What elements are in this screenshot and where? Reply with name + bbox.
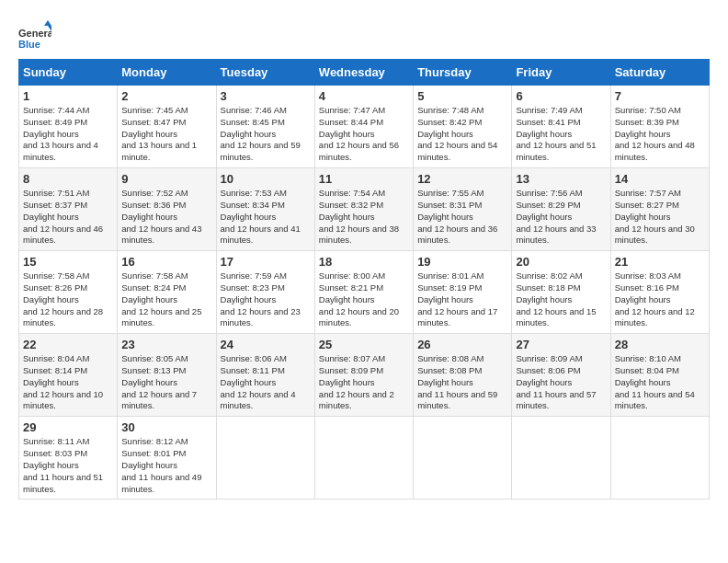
day-info: Sunrise: 7:51 AM Sunset: 8:37 PM Dayligh… <box>23 188 113 247</box>
calendar-cell: 15 Sunrise: 7:58 AM Sunset: 8:26 PM Dayl… <box>19 251 118 334</box>
day-number: 29 <box>23 420 113 434</box>
calendar-cell: 12 Sunrise: 7:55 AM Sunset: 8:31 PM Dayl… <box>414 168 512 251</box>
day-number: 16 <box>121 255 211 269</box>
day-number: 22 <box>23 338 113 351</box>
day-info: Sunrise: 7:58 AM Sunset: 8:24 PM Dayligh… <box>121 270 211 329</box>
day-number: 9 <box>121 172 211 186</box>
calendar-cell: 5 Sunrise: 7:48 AM Sunset: 8:42 PM Dayli… <box>414 86 512 168</box>
day-number: 19 <box>417 255 507 269</box>
day-info: Sunrise: 8:04 AM Sunset: 8:14 PM Dayligh… <box>23 353 113 412</box>
day-number: 17 <box>221 255 311 269</box>
calendar-cell: 18 Sunrise: 8:00 AM Sunset: 8:21 PM Dayl… <box>314 251 413 334</box>
calendar-cell: 2 Sunrise: 7:45 AM Sunset: 8:47 PM Dayli… <box>118 86 216 168</box>
calendar-cell <box>610 417 709 500</box>
calendar-cell <box>414 417 512 500</box>
day-info: Sunrise: 8:10 AM Sunset: 8:04 PM Dayligh… <box>615 353 705 412</box>
day-number: 20 <box>516 255 606 269</box>
day-info: Sunrise: 7:48 AM Sunset: 8:42 PM Dayligh… <box>417 105 507 164</box>
day-number: 27 <box>516 338 606 351</box>
calendar-week-row: 1 Sunrise: 7:44 AM Sunset: 8:49 PM Dayli… <box>19 86 710 168</box>
day-info: Sunrise: 8:05 AM Sunset: 8:13 PM Dayligh… <box>121 353 211 412</box>
calendar-cell: 8 Sunrise: 7:51 AM Sunset: 8:37 PM Dayli… <box>19 168 118 251</box>
day-number: 5 <box>417 89 507 103</box>
day-info: Sunrise: 7:58 AM Sunset: 8:26 PM Dayligh… <box>23 270 113 329</box>
day-number: 25 <box>319 338 409 351</box>
day-info: Sunrise: 8:03 AM Sunset: 8:16 PM Dayligh… <box>615 270 705 329</box>
day-info: Sunrise: 7:56 AM Sunset: 8:29 PM Dayligh… <box>516 188 606 247</box>
day-info: Sunrise: 7:59 AM Sunset: 8:23 PM Dayligh… <box>221 270 311 329</box>
day-number: 11 <box>319 172 409 186</box>
calendar-cell: 30 Sunrise: 8:12 AM Sunset: 8:01 PM Dayl… <box>118 417 216 500</box>
calendar-week-row: 29 Sunrise: 8:11 AM Sunset: 8:03 PM Dayl… <box>19 417 710 500</box>
calendar-header-saturday: Saturday <box>610 60 709 86</box>
day-number: 6 <box>516 89 606 103</box>
day-info: Sunrise: 7:50 AM Sunset: 8:39 PM Dayligh… <box>615 105 705 164</box>
calendar-cell <box>314 417 413 500</box>
day-number: 4 <box>319 89 409 103</box>
calendar-cell: 21 Sunrise: 8:03 AM Sunset: 8:16 PM Dayl… <box>610 251 709 334</box>
calendar-cell: 28 Sunrise: 8:10 AM Sunset: 8:04 PM Dayl… <box>610 334 709 417</box>
calendar-cell: 27 Sunrise: 8:09 AM Sunset: 8:06 PM Dayl… <box>512 334 610 417</box>
svg-marker-2 <box>44 20 51 26</box>
day-number: 8 <box>23 172 113 186</box>
calendar-cell: 7 Sunrise: 7:50 AM Sunset: 8:39 PM Dayli… <box>610 86 709 168</box>
day-info: Sunrise: 7:57 AM Sunset: 8:27 PM Dayligh… <box>615 188 705 247</box>
calendar-header-monday: Monday <box>118 60 216 86</box>
calendar-header-friday: Friday <box>512 60 610 86</box>
calendar-header-tuesday: Tuesday <box>216 60 314 86</box>
day-info: Sunrise: 8:12 AM Sunset: 8:01 PM Dayligh… <box>121 436 211 495</box>
day-number: 30 <box>121 420 211 434</box>
calendar-cell: 22 Sunrise: 8:04 AM Sunset: 8:14 PM Dayl… <box>19 334 118 417</box>
calendar-cell: 14 Sunrise: 7:57 AM Sunset: 8:27 PM Dayl… <box>610 168 709 251</box>
day-info: Sunrise: 7:45 AM Sunset: 8:47 PM Dayligh… <box>121 105 211 164</box>
calendar-week-row: 22 Sunrise: 8:04 AM Sunset: 8:14 PM Dayl… <box>19 334 710 417</box>
calendar-cell: 6 Sunrise: 7:49 AM Sunset: 8:41 PM Dayli… <box>512 86 610 168</box>
day-number: 18 <box>319 255 409 269</box>
calendar-table: SundayMondayTuesdayWednesdayThursdayFrid… <box>18 59 710 500</box>
calendar-header-row: SundayMondayTuesdayWednesdayThursdayFrid… <box>19 60 710 86</box>
day-number: 13 <box>516 172 606 186</box>
day-info: Sunrise: 8:06 AM Sunset: 8:11 PM Dayligh… <box>221 353 311 412</box>
day-number: 3 <box>221 89 311 103</box>
calendar-cell: 26 Sunrise: 8:08 AM Sunset: 8:08 PM Dayl… <box>414 334 512 417</box>
calendar-cell: 3 Sunrise: 7:46 AM Sunset: 8:45 PM Dayli… <box>216 86 314 168</box>
day-number: 26 <box>417 338 507 351</box>
day-number: 23 <box>121 338 211 351</box>
day-number: 10 <box>221 172 311 186</box>
day-info: Sunrise: 7:55 AM Sunset: 8:31 PM Dayligh… <box>417 188 507 247</box>
day-info: Sunrise: 7:46 AM Sunset: 8:45 PM Dayligh… <box>221 105 311 164</box>
calendar-cell: 25 Sunrise: 8:07 AM Sunset: 8:09 PM Dayl… <box>314 334 413 417</box>
day-info: Sunrise: 8:09 AM Sunset: 8:06 PM Dayligh… <box>516 353 606 412</box>
calendar-cell: 23 Sunrise: 8:05 AM Sunset: 8:13 PM Dayl… <box>118 334 216 417</box>
day-info: Sunrise: 7:49 AM Sunset: 8:41 PM Dayligh… <box>516 105 606 164</box>
calendar-cell: 20 Sunrise: 8:02 AM Sunset: 8:18 PM Dayl… <box>512 251 610 334</box>
day-number: 24 <box>221 338 311 351</box>
day-info: Sunrise: 8:00 AM Sunset: 8:21 PM Dayligh… <box>319 270 409 329</box>
day-info: Sunrise: 8:11 AM Sunset: 8:03 PM Dayligh… <box>23 436 113 495</box>
day-number: 2 <box>121 89 211 103</box>
calendar-cell: 16 Sunrise: 7:58 AM Sunset: 8:24 PM Dayl… <box>118 251 216 334</box>
calendar-week-row: 8 Sunrise: 7:51 AM Sunset: 8:37 PM Dayli… <box>19 168 710 251</box>
day-number: 15 <box>23 255 113 269</box>
calendar-header-wednesday: Wednesday <box>314 60 413 86</box>
calendar-cell <box>512 417 610 500</box>
page-header: General Blue <box>18 18 710 52</box>
calendar-cell: 10 Sunrise: 7:53 AM Sunset: 8:34 PM Dayl… <box>216 168 314 251</box>
day-number: 28 <box>615 338 705 351</box>
calendar-cell: 17 Sunrise: 7:59 AM Sunset: 8:23 PM Dayl… <box>216 251 314 334</box>
day-number: 14 <box>615 172 705 186</box>
calendar-cell: 13 Sunrise: 7:56 AM Sunset: 8:29 PM Dayl… <box>512 168 610 251</box>
day-info: Sunrise: 7:44 AM Sunset: 8:49 PM Dayligh… <box>23 105 113 164</box>
day-number: 7 <box>615 89 705 103</box>
day-info: Sunrise: 8:01 AM Sunset: 8:19 PM Dayligh… <box>417 270 507 329</box>
calendar-header-thursday: Thursday <box>414 60 512 86</box>
calendar-header-sunday: Sunday <box>19 60 118 86</box>
day-number: 21 <box>615 255 705 269</box>
calendar-cell: 9 Sunrise: 7:52 AM Sunset: 8:36 PM Dayli… <box>118 168 216 251</box>
calendar-cell: 24 Sunrise: 8:06 AM Sunset: 8:11 PM Dayl… <box>216 334 314 417</box>
calendar-cell: 4 Sunrise: 7:47 AM Sunset: 8:44 PM Dayli… <box>314 86 413 168</box>
calendar-cell <box>216 417 314 500</box>
calendar-cell: 29 Sunrise: 8:11 AM Sunset: 8:03 PM Dayl… <box>19 417 118 500</box>
day-info: Sunrise: 8:08 AM Sunset: 8:08 PM Dayligh… <box>417 353 507 412</box>
calendar-cell: 11 Sunrise: 7:54 AM Sunset: 8:32 PM Dayl… <box>314 168 413 251</box>
